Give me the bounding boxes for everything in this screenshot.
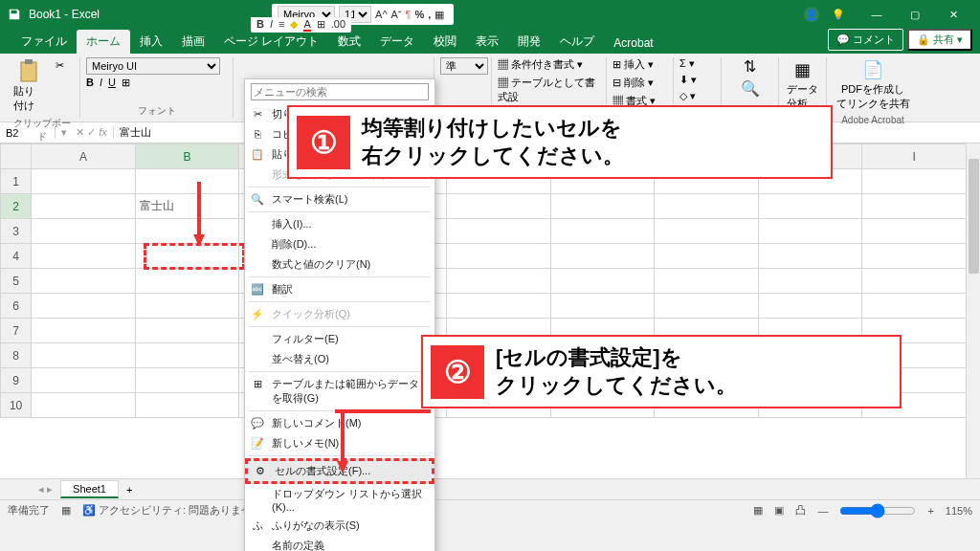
row-6[interactable]: 6 bbox=[1, 294, 32, 319]
clear-icon[interactable]: ◇ ▾ bbox=[679, 90, 696, 102]
svg-marker-3 bbox=[193, 234, 205, 247]
close-icon[interactable]: ✕ bbox=[934, 1, 972, 28]
tab-dev[interactable]: 開発 bbox=[508, 30, 550, 54]
add-sheet[interactable]: + bbox=[126, 484, 132, 496]
border-button[interactable]: ⊞ bbox=[122, 77, 130, 89]
table-format[interactable]: ▦ テーブルとして書式設 bbox=[498, 76, 600, 104]
pdf-button[interactable]: 📄 PDFを作成し てリンクを共有 bbox=[833, 57, 913, 113]
menu-search[interactable] bbox=[251, 83, 429, 100]
sheet-tab-1[interactable]: Sheet1 bbox=[60, 480, 119, 498]
maximize-icon[interactable]: ▢ bbox=[896, 1, 934, 28]
ctx-name[interactable]: 名前の定義 bbox=[245, 536, 434, 551]
note-icon: 📝 bbox=[251, 436, 264, 450]
callout-text-1: 均等割り付けしたいセルを 右クリックしてください。 bbox=[358, 107, 639, 177]
increase-font-icon[interactable]: A^ bbox=[375, 9, 388, 20]
tab-acrobat[interactable]: Acrobat bbox=[604, 33, 662, 54]
cut-icon[interactable]: ✂ bbox=[52, 57, 68, 74]
tab-draw[interactable]: 描画 bbox=[172, 30, 214, 54]
cond-format[interactable]: ▦ 条件付き書式 ▾ bbox=[498, 57, 583, 72]
decrease-font-icon[interactable]: A˘ bbox=[391, 9, 402, 20]
view-layout-icon[interactable]: ▣ bbox=[774, 504, 784, 517]
border-icon[interactable]: ⊞ bbox=[317, 18, 325, 32]
fill-color-icon[interactable]: ◆ bbox=[290, 18, 298, 32]
paste-button[interactable]: 貼り付け bbox=[10, 57, 48, 115]
row-4[interactable]: 4 bbox=[1, 244, 32, 269]
ctx-insert[interactable]: 挿入(I)... bbox=[245, 214, 434, 234]
align-icon[interactable]: ≡ bbox=[278, 18, 284, 32]
row-9[interactable]: 9 bbox=[1, 368, 32, 393]
callout-number-1: ① bbox=[297, 116, 350, 169]
macro-icon[interactable]: ▦ bbox=[61, 504, 71, 517]
tab-home[interactable]: ホーム bbox=[77, 30, 130, 54]
number-format[interactable]: 準 bbox=[440, 57, 488, 75]
decimal-icon[interactable]: .00 bbox=[331, 18, 345, 32]
fill-icon[interactable]: ⬇ ▾ bbox=[679, 74, 697, 86]
bold-icon[interactable]: B bbox=[256, 18, 264, 32]
underline-button[interactable]: U bbox=[108, 77, 116, 89]
comment-button[interactable]: 💬 コメント bbox=[828, 29, 903, 51]
save-icon[interactable] bbox=[8, 8, 21, 21]
comma-icon[interactable]: , bbox=[428, 9, 431, 20]
tab-layout[interactable]: ページ レイアウト bbox=[214, 30, 328, 54]
share-button[interactable]: 🔒 共有 ▾ bbox=[907, 29, 972, 51]
col-i[interactable]: I bbox=[862, 144, 967, 169]
ctx-sort[interactable]: 並べ替え(O)▸ bbox=[245, 349, 434, 369]
row-7[interactable]: 7 bbox=[1, 319, 32, 343]
delete-cells[interactable]: ⊟ 削除 ▾ bbox=[612, 76, 654, 90]
cell-b2[interactable]: 富士山 bbox=[135, 194, 239, 219]
tips-icon[interactable]: 💡 bbox=[819, 1, 858, 28]
ctx-filter[interactable]: フィルター(E)▸ bbox=[245, 329, 434, 349]
ctx-quick[interactable]: ⚡クイック分析(Q) bbox=[245, 304, 434, 324]
ctx-delete[interactable]: 削除(D)... bbox=[245, 234, 434, 254]
tab-review[interactable]: 校閲 bbox=[424, 30, 466, 54]
find-icon[interactable]: 🔍 bbox=[741, 79, 760, 98]
view-normal-icon[interactable]: ▦ bbox=[753, 504, 763, 517]
ctx-translate[interactable]: 🔤翻訳 bbox=[245, 279, 434, 299]
tab-help[interactable]: ヘルプ bbox=[550, 30, 604, 54]
font-color-icon[interactable]: A bbox=[303, 18, 310, 32]
ctx-clear[interactable]: 数式と値のクリア(N) bbox=[245, 254, 434, 275]
row-3[interactable]: 3 bbox=[1, 219, 32, 244]
comment-icon: 💬 bbox=[251, 416, 264, 430]
tab-data[interactable]: データ bbox=[370, 30, 424, 54]
cut-icon: ✂ bbox=[251, 107, 264, 121]
svg-rect-1 bbox=[25, 59, 33, 64]
row-1[interactable]: 1 bbox=[1, 169, 32, 194]
format-painter-icon[interactable]: ¶ bbox=[406, 9, 412, 20]
sort-icon[interactable]: ⇅ bbox=[744, 57, 756, 76]
ctx-getdata[interactable]: ⊞テーブルまたは範囲からデータを取得(G) bbox=[245, 374, 434, 408]
account-icon[interactable]: 👤 bbox=[804, 7, 819, 22]
insert-cells[interactable]: ⊞ 挿入 ▾ bbox=[612, 57, 654, 72]
tab-file[interactable]: ファイル bbox=[11, 30, 77, 54]
row-10[interactable]: 10 bbox=[1, 393, 32, 418]
sum-icon[interactable]: Σ ▾ bbox=[679, 57, 695, 70]
tab-formula[interactable]: 数式 bbox=[328, 30, 370, 54]
ctx-furigana[interactable]: ふふりがなの表示(S) bbox=[245, 516, 434, 536]
view-break-icon[interactable]: 凸 bbox=[795, 503, 806, 518]
search-icon: 🔍 bbox=[251, 192, 264, 206]
ctx-smart[interactable]: 🔍スマート検索(L) bbox=[245, 189, 434, 209]
borders-icon[interactable]: ▦ bbox=[434, 9, 444, 21]
select-all[interactable] bbox=[1, 144, 32, 169]
callout-1: ① 均等割り付けしたいセルを 右クリックしてください。 bbox=[287, 105, 833, 179]
font-select[interactable]: Meiryo UI bbox=[86, 57, 220, 75]
minimize-icon[interactable]: — bbox=[858, 1, 896, 28]
col-a[interactable]: A bbox=[32, 144, 136, 169]
ctx-dropdown[interactable]: ドロップダウン リストから選択(K)... bbox=[245, 484, 434, 516]
scrollbar-v[interactable] bbox=[966, 143, 980, 478]
tab-insert[interactable]: 挿入 bbox=[130, 30, 172, 54]
row-8[interactable]: 8 bbox=[1, 343, 32, 368]
zoom-level[interactable]: 115% bbox=[946, 505, 972, 517]
percent-icon[interactable]: % bbox=[414, 9, 424, 20]
col-b[interactable]: B bbox=[135, 144, 239, 169]
zoom-out[interactable]: — bbox=[817, 505, 828, 517]
zoom-in[interactable]: + bbox=[927, 505, 933, 517]
bold-button[interactable]: B bbox=[86, 77, 94, 89]
tab-nav[interactable]: ◂ ▸ bbox=[38, 483, 53, 496]
row-2[interactable]: 2 bbox=[1, 194, 32, 219]
italic-icon[interactable]: I bbox=[270, 18, 273, 32]
tab-view[interactable]: 表示 bbox=[466, 30, 508, 54]
italic-button[interactable]: I bbox=[100, 77, 102, 89]
row-5[interactable]: 5 bbox=[1, 269, 32, 294]
zoom-slider[interactable] bbox=[839, 503, 916, 518]
